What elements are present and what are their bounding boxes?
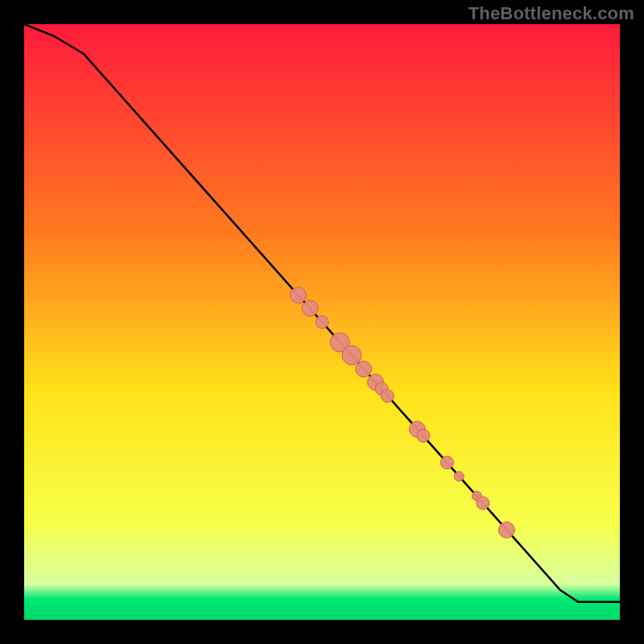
data-marker bbox=[381, 390, 394, 402]
data-marker bbox=[290, 287, 306, 303]
data-marker bbox=[356, 361, 372, 378]
data-marker bbox=[316, 316, 328, 328]
data-marker bbox=[342, 345, 361, 365]
data-marker bbox=[498, 522, 514, 538]
data-marker bbox=[454, 472, 464, 481]
data-marker bbox=[477, 497, 489, 510]
data-marker bbox=[302, 300, 318, 316]
data-marker bbox=[440, 456, 453, 469]
watermark-text: TheBottleneck.com bbox=[469, 3, 634, 24]
bottleneck-chart bbox=[0, 0, 644, 644]
chart-stage: { "watermark": "TheBottleneck.com", "col… bbox=[0, 0, 644, 644]
data-marker bbox=[417, 429, 430, 442]
